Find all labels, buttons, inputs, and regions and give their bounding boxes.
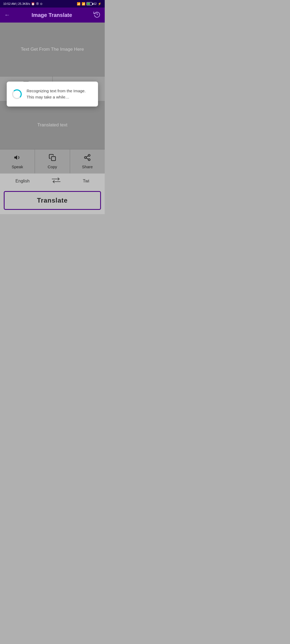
- status-time: 10:52 AM | 25.3KB/s: [3, 2, 30, 5]
- svg-line-7: [86, 156, 88, 157]
- share-label: Share: [82, 164, 93, 169]
- speak-label: Speak: [12, 164, 23, 169]
- copy-button[interactable]: Copy: [35, 149, 70, 173]
- copy-icon: [49, 154, 56, 163]
- loading-dialog-overlay: Recognizing text from the Image. This ma…: [0, 82, 105, 107]
- battery-icon: [86, 2, 92, 5]
- app-bar-title: Image Translate: [31, 12, 72, 18]
- alarm-icon: ⏰: [31, 2, 35, 6]
- swap-languages-button[interactable]: [52, 177, 60, 185]
- loading-dialog: Recognizing text from the Image. This ma…: [7, 82, 98, 107]
- language-bar: English Twi: [0, 173, 105, 188]
- status-left: 10:52 AM | 25.3KB/s ⏰ ⦿ ⊙: [3, 2, 42, 6]
- source-language[interactable]: English: [16, 179, 30, 184]
- copy-label: Copy: [48, 164, 57, 169]
- status-right: 📶 📶 62 ⚡: [77, 2, 102, 6]
- source-placeholder: Text Get From The Image Here: [21, 47, 84, 52]
- loading-message: Recognizing text from the Image. This ma…: [27, 88, 93, 100]
- back-button[interactable]: ←: [4, 12, 10, 19]
- translate-button[interactable]: Translate: [4, 191, 101, 210]
- status-bar: 10:52 AM | 25.3KB/s ⏰ ⦿ ⊙ 📶 📶 62 ⚡: [0, 0, 105, 8]
- app-icon-1: ⦿: [36, 2, 39, 5]
- battery-percent: 62: [93, 2, 97, 5]
- speak-button[interactable]: Speak: [0, 149, 35, 173]
- charging-icon: ⚡: [98, 2, 102, 6]
- speaker-icon: [14, 154, 21, 163]
- battery-fill: [87, 3, 90, 5]
- translated-text-area[interactable]: Translated text: [0, 101, 105, 149]
- bottom-action-row: Speak Copy Share: [0, 149, 105, 173]
- translate-btn-container: Translate: [0, 188, 105, 214]
- share-button[interactable]: Share: [70, 149, 105, 173]
- loading-spinner: [12, 89, 22, 99]
- signal-icon: 📶: [77, 2, 81, 6]
- share-icon: [84, 154, 91, 163]
- wifi-icon: 📶: [82, 2, 85, 6]
- source-text-area[interactable]: Text Get From The Image Here: [0, 23, 105, 76]
- translated-placeholder: Translated text: [37, 122, 67, 128]
- svg-rect-2: [51, 157, 55, 161]
- target-language[interactable]: Twi: [83, 179, 89, 184]
- history-button[interactable]: [93, 11, 100, 19]
- main-content: Text Get From The Image Here Select Imag…: [0, 23, 105, 173]
- app-icon-2: ⊙: [40, 2, 42, 6]
- app-bar: ← Image Translate: [0, 8, 105, 23]
- svg-line-6: [86, 158, 88, 159]
